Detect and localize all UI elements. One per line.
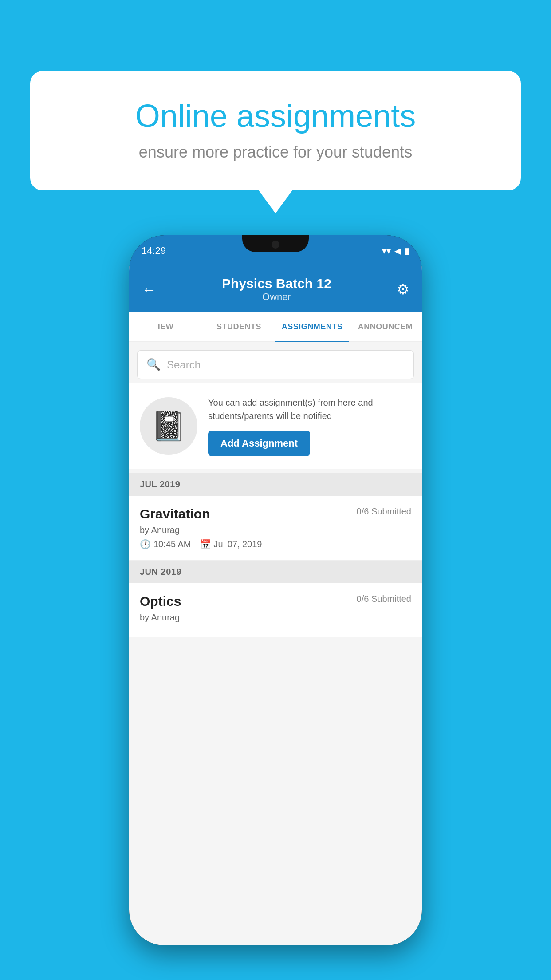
phone-wrapper: 14:29 ▾▾ ◀ ▮ ← Physics Batch 12 Owner ⚙ xyxy=(30,235,521,967)
assignment-top: Gravitation 0/6 Submitted xyxy=(140,506,411,522)
search-placeholder: Search xyxy=(167,359,201,371)
assignment-date-gravitation: 📅 Jul 07, 2019 xyxy=(200,539,262,549)
tab-iew[interactable]: IEW xyxy=(129,312,202,341)
assignment-item-gravitation[interactable]: Gravitation 0/6 Submitted by Anurag 🕐 10… xyxy=(129,496,422,561)
assignment-optics-top: Optics 0/6 Submitted xyxy=(140,594,411,609)
tab-students[interactable]: STUDENTS xyxy=(202,312,276,341)
section-jul-2019: JUL 2019 xyxy=(129,473,422,496)
assignment-time-gravitation: 🕐 10:45 AM xyxy=(140,539,191,549)
promo-card: 📓 You can add assignment(s) from here an… xyxy=(129,383,422,469)
status-icons: ▾▾ ◀ ▮ xyxy=(382,245,409,256)
clock-icon: 🕐 xyxy=(140,539,151,549)
status-bar: 14:29 ▾▾ ◀ ▮ xyxy=(129,235,422,266)
search-bar[interactable]: 🔍 Search xyxy=(137,350,414,379)
assignment-date-value: Jul 07, 2019 xyxy=(214,539,262,549)
status-time: 14:29 xyxy=(142,245,166,257)
add-assignment-button[interactable]: Add Assignment xyxy=(208,431,310,456)
phone-notch xyxy=(242,235,309,252)
app-header: ← Physics Batch 12 Owner ⚙ xyxy=(129,266,422,312)
assignment-submitted-optics: 0/6 Submitted xyxy=(357,594,411,604)
header-title: Physics Batch 12 xyxy=(157,276,397,291)
assignment-time-value: 10:45 AM xyxy=(153,539,191,549)
speech-bubble-wrapper: Online assignments ensure more practice … xyxy=(30,71,521,190)
section-jun-2019: JUN 2019 xyxy=(129,561,422,583)
tabs-bar: IEW STUDENTS ASSIGNMENTS ANNOUNCEM xyxy=(129,312,422,342)
assignment-author-gravitation: by Anurag xyxy=(140,525,411,535)
bubble-title: Online assignments xyxy=(61,98,490,134)
assignment-author-optics: by Anurag xyxy=(140,612,411,623)
signal-icon: ◀ xyxy=(394,245,401,256)
assignment-icon: 📓 xyxy=(151,410,186,443)
bubble-subtitle: ensure more practice for your students xyxy=(61,143,490,162)
camera-notch xyxy=(272,241,279,249)
phone-device: 14:29 ▾▾ ◀ ▮ ← Physics Batch 12 Owner ⚙ xyxy=(129,235,422,945)
header-subtitle: Owner xyxy=(157,291,397,303)
assignment-submitted-gravitation: 0/6 Submitted xyxy=(357,506,411,517)
settings-button[interactable]: ⚙ xyxy=(397,281,409,298)
assignment-meta-gravitation: 🕐 10:45 AM 📅 Jul 07, 2019 xyxy=(140,539,411,549)
assignment-name-optics: Optics xyxy=(140,594,181,609)
speech-bubble: Online assignments ensure more practice … xyxy=(30,71,521,190)
tab-assignments[interactable]: ASSIGNMENTS xyxy=(276,312,349,341)
header-center: Physics Batch 12 Owner xyxy=(157,276,397,303)
back-button[interactable]: ← xyxy=(142,281,157,298)
promo-content: You can add assignment(s) from here and … xyxy=(208,396,411,456)
assignment-name-gravitation: Gravitation xyxy=(140,506,210,522)
calendar-icon: 📅 xyxy=(200,539,211,549)
assignment-item-optics[interactable]: Optics 0/6 Submitted by Anurag xyxy=(129,583,422,637)
search-icon: 🔍 xyxy=(146,358,161,371)
promo-text: You can add assignment(s) from here and … xyxy=(208,396,411,423)
wifi-icon: ▾▾ xyxy=(382,245,391,256)
tab-announcements[interactable]: ANNOUNCEM xyxy=(349,312,422,341)
app-screen: ← Physics Batch 12 Owner ⚙ IEW STUDENTS … xyxy=(129,266,422,945)
battery-icon: ▮ xyxy=(405,245,409,256)
promo-icon-circle: 📓 xyxy=(140,397,197,455)
